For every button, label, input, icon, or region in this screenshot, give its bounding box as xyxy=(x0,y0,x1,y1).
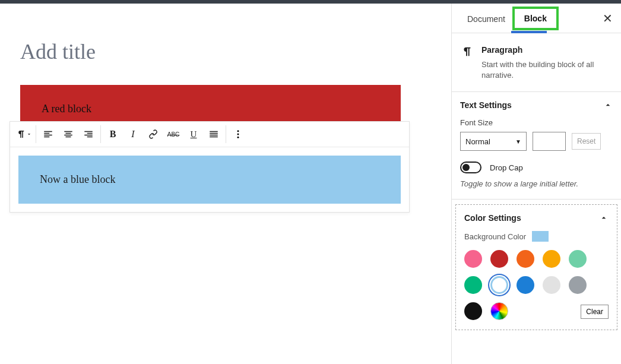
pilcrow-icon xyxy=(15,129,26,140)
svg-point-0 xyxy=(237,130,239,132)
paragraph-block-red[interactable]: A red block xyxy=(20,85,401,122)
clear-color-button[interactable]: Clear xyxy=(581,305,609,319)
close-sidebar-button[interactable]: ✕ xyxy=(603,11,613,26)
color-swatch[interactable] xyxy=(490,250,508,268)
justify-button[interactable] xyxy=(204,124,224,144)
editor-canvas: Add title A red block B I ABC U xyxy=(0,4,451,364)
font-size-value: Normal xyxy=(465,137,490,146)
chevron-up-icon xyxy=(603,100,613,110)
background-color-label: Background Color xyxy=(464,232,526,241)
panel-text-settings-toggle[interactable]: Text Settings xyxy=(460,100,613,110)
settings-sidebar: Document Block ✕ Paragraph Start with th… xyxy=(451,4,621,364)
tab-active-indicator xyxy=(511,31,547,33)
tab-document[interactable]: Document xyxy=(460,6,512,31)
kebab-icon xyxy=(233,129,243,140)
selected-block: B I ABC U Now a blue block xyxy=(9,121,410,213)
link-button[interactable] xyxy=(143,124,163,144)
drop-cap-hint: Toggle to show a large initial letter. xyxy=(460,179,613,188)
toolbar-separator xyxy=(100,125,101,143)
panel-text-settings: Text Settings Font Size Normal ▼ Reset D… xyxy=(452,92,621,200)
align-left-button[interactable] xyxy=(38,124,58,144)
color-swatch[interactable] xyxy=(543,250,560,268)
align-right-button[interactable] xyxy=(78,124,99,144)
font-size-custom-input[interactable] xyxy=(533,132,566,151)
underline-button[interactable]: U xyxy=(183,124,204,144)
custom-color-swatch[interactable] xyxy=(490,302,508,320)
font-size-select[interactable]: Normal ▼ xyxy=(460,132,527,151)
svg-point-2 xyxy=(237,137,239,138)
align-center-icon xyxy=(63,129,74,140)
align-justify-icon xyxy=(208,129,219,140)
chevron-down-icon xyxy=(26,131,32,137)
color-swatch[interactable] xyxy=(569,276,587,294)
toolbar-separator xyxy=(36,125,36,143)
more-options-button[interactable] xyxy=(228,124,248,144)
panel-title: Text Settings xyxy=(460,100,512,110)
panel-title: Color Settings xyxy=(464,213,521,223)
block-name: Paragraph xyxy=(481,45,613,55)
panel-color-settings-toggle[interactable]: Color Settings xyxy=(464,213,609,223)
post-title-input[interactable]: Add title xyxy=(20,39,451,64)
strikethrough-button[interactable]: ABC xyxy=(163,124,183,144)
color-swatch[interactable] xyxy=(569,250,587,268)
color-swatch[interactable] xyxy=(517,276,534,294)
color-swatch[interactable] xyxy=(517,250,534,268)
drop-cap-toggle[interactable] xyxy=(460,162,481,173)
color-swatch[interactable] xyxy=(464,250,482,268)
bold-button[interactable]: B xyxy=(103,124,123,144)
color-swatch[interactable] xyxy=(543,276,560,294)
select-caret-icon: ▼ xyxy=(515,138,521,145)
panel-color-settings: Color Settings Background Color Clear xyxy=(455,204,617,330)
block-info: Paragraph Start with the building block … xyxy=(452,33,621,92)
align-left-icon xyxy=(43,129,53,140)
sidebar-tabs: Document Block ✕ xyxy=(452,4,621,33)
chevron-up-icon xyxy=(599,213,609,223)
paragraph-block-blue[interactable]: Now a blue block xyxy=(18,156,401,204)
link-icon xyxy=(148,129,159,140)
toolbar-separator xyxy=(226,125,226,143)
svg-point-1 xyxy=(237,134,239,135)
align-right-icon xyxy=(83,129,94,140)
pilcrow-icon xyxy=(460,45,473,58)
block-type-paragraph-button[interactable] xyxy=(14,124,34,144)
tab-block[interactable]: Block xyxy=(512,7,559,30)
font-size-reset-button[interactable]: Reset xyxy=(572,133,601,150)
block-toolbar: B I ABC U xyxy=(10,122,409,147)
font-size-label: Font Size xyxy=(460,118,613,127)
align-center-button[interactable] xyxy=(58,124,78,144)
color-swatch[interactable] xyxy=(464,276,482,294)
background-color-chip xyxy=(532,231,549,242)
block-description: Start with the building block of all nar… xyxy=(481,59,613,81)
color-swatch[interactable] xyxy=(464,302,482,320)
italic-button[interactable]: I xyxy=(123,124,143,144)
drop-cap-label: Drop Cap xyxy=(490,163,523,172)
color-swatch[interactable] xyxy=(490,276,508,294)
